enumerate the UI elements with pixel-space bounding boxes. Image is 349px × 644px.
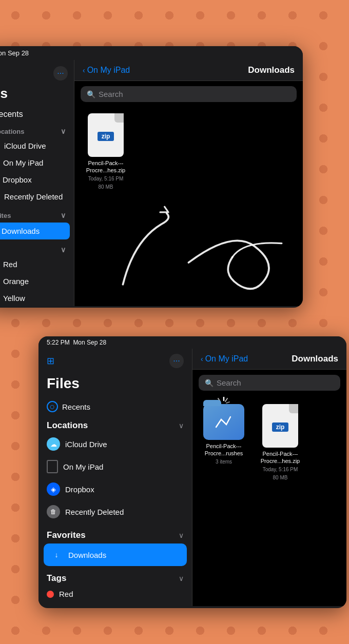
orange-label-1: Orange xyxy=(3,277,29,286)
locations-section-2: Locations ∨ xyxy=(38,416,192,433)
favorites-chevron-2[interactable]: ∨ xyxy=(179,531,184,539)
sidebar-tag-yellow-1[interactable]: Yellow xyxy=(0,290,74,306)
file-item-zip-1[interactable]: zip Pencil-Pack---Procre...hes.zip Today… xyxy=(83,113,129,191)
red-label-1: Red xyxy=(3,260,17,269)
sidebar-item-recents-2[interactable]: ○ Recents xyxy=(38,397,192,416)
downloads-label-2: Downloads xyxy=(68,551,106,559)
tags-chevron-2[interactable]: ∨ xyxy=(179,574,184,582)
file-item-zip-2[interactable]: zip Pencil-Pack---Procre...hes.zip Today… xyxy=(257,404,303,481)
back-label-2: On My iPad xyxy=(205,354,248,364)
search-placeholder-1: Search xyxy=(99,90,123,98)
sidebar-tag-orange-2[interactable]: Orange xyxy=(38,602,192,606)
file-item-folder-2[interactable]: Pencil-Pack---Procre...rushes 3 items xyxy=(201,404,247,481)
sidebar-item-recents-1[interactable]: Recents xyxy=(0,105,74,124)
yellow-label-1: Yellow xyxy=(3,294,25,303)
recents-icon-2: ○ xyxy=(47,401,58,412)
back-chevron-1: ‹ xyxy=(83,66,85,74)
favorites-chevron-1[interactable]: ∨ xyxy=(61,211,66,219)
sidebar-tag-red-1[interactable]: Red xyxy=(0,256,74,273)
device-2: 5:22 PM Mon Sep 28 ⊞ ··· Files ○ Recents… xyxy=(38,336,346,608)
sidebar-item-dropbox-2[interactable]: ◈ Dropbox xyxy=(38,478,192,500)
tags-label-2: Tags xyxy=(47,573,66,583)
tags-chevron-1[interactable]: ∨ xyxy=(61,246,66,254)
ipad-icon-2 xyxy=(47,460,58,473)
back-label-1: On My iPad xyxy=(87,66,130,75)
sidebar-1: ··· es Recents Locations ∨ ☁ iCloud Driv… xyxy=(0,60,74,306)
locations-section-1: Locations ∨ xyxy=(0,124,74,137)
tags-section-2: Tags ∨ xyxy=(38,569,192,586)
recents-label: Recents xyxy=(0,110,23,119)
back-button-2[interactable]: ‹ On My iPad xyxy=(201,354,248,364)
more-button-1[interactable]: ··· xyxy=(53,66,68,80)
statusbar-1: Mon Sep 28 xyxy=(0,46,303,60)
file-grid-2: Pencil-Pack---Procre...rushes 3 items zi… xyxy=(192,396,346,490)
sidebar-item-downloads-1[interactable]: ↓ Downloads xyxy=(0,223,70,239)
sidebar-item-dropbox-1[interactable]: ◈ Dropbox xyxy=(0,171,74,188)
search-bar-1[interactable]: 🔍 Search xyxy=(81,86,297,102)
favorites-section-2: Favorites ∨ xyxy=(38,526,192,542)
file-date-1: Today, 5:16 PM xyxy=(88,175,124,183)
more-button-2[interactable]: ··· xyxy=(169,354,184,368)
dropbox-icon-2: ◈ xyxy=(47,482,60,496)
search-bar-2[interactable]: 🔍 Search xyxy=(199,375,340,391)
sidebar1-header: ··· xyxy=(0,64,74,85)
sidebar-item-recently-deleted-2[interactable]: 🗑 Recently Deleted xyxy=(38,500,192,523)
red-dot-2 xyxy=(47,591,54,598)
sidebar-item-downloads-2[interactable]: ↓ Downloads xyxy=(44,544,187,566)
sidebar-item-recently-deleted-1[interactable]: 🗑 Recently Deleted xyxy=(0,188,74,205)
status-time-2: 5:22 PM Mon Sep 28 xyxy=(47,339,106,346)
favorites-label-2: Favorites xyxy=(47,530,86,540)
device-1: Mon Sep 28 ··· es Recents Locations ∨ ☁ … xyxy=(0,46,303,308)
status-date-1: Mon Sep 28 xyxy=(0,49,29,57)
sidebar-tag-red-2[interactable]: Red xyxy=(38,586,192,602)
files-title-partial: es xyxy=(0,85,74,105)
icloud-label-2: iCloud Drive xyxy=(65,440,107,449)
time-text-2: 5:22 PM xyxy=(47,339,70,346)
svg-line-1 xyxy=(225,398,227,401)
favorites-label-1: orites xyxy=(0,212,11,219)
tags-section-1: s ∨ xyxy=(0,243,74,256)
locations-chevron-2[interactable]: ∨ xyxy=(179,421,184,430)
recently-deleted-label-2: Recently Deleted xyxy=(65,508,124,516)
sidebar-item-ipad-1[interactable]: ▭ On My iPad xyxy=(0,154,74,171)
content-header-1: ‹ On My iPad Downloads xyxy=(74,60,303,81)
sidebar-item-icloud-2[interactable]: ☁ iCloud Drive xyxy=(38,433,192,455)
downloads-icon-2: ↓ xyxy=(50,548,63,561)
locations-section-label-2: Locations xyxy=(47,420,88,431)
content-area-2: ‹ On My iPad Downloads 🔍 Search xyxy=(192,349,346,606)
file-size-2: 80 MB xyxy=(273,474,288,481)
date-text-2: Mon Sep 28 xyxy=(73,339,106,346)
statusbar-2: 5:22 PM Mon Sep 28 xyxy=(38,336,346,349)
folder-icon-2 xyxy=(203,404,244,440)
red-label-2: Red xyxy=(59,590,73,598)
folder-container-2 xyxy=(203,404,244,440)
files-title-2: Files xyxy=(38,373,192,397)
search-icon-1: 🔍 xyxy=(87,90,95,98)
sidebar-item-ipad-2[interactable]: On My iPad xyxy=(38,455,192,478)
zip-label-2: zip xyxy=(272,422,289,432)
content-title-1: Downloads xyxy=(248,65,295,75)
content-area-1: ‹ On My iPad Downloads 🔍 Search zip Penc… xyxy=(74,60,303,306)
recents-label-2: Recents xyxy=(62,402,90,411)
file-name-2: Pencil-Pack---Procre...hes.zip xyxy=(257,450,303,465)
content-title-2: Downloads xyxy=(292,354,338,364)
folder-meta-2: 3 items xyxy=(216,458,232,466)
sidebar-toggle-icon-2[interactable]: ⊞ xyxy=(47,355,54,367)
favorites-section-1: orites ∨ xyxy=(0,208,74,222)
search-placeholder-2: Search xyxy=(217,378,241,387)
icloud-label-1: iCloud Drive xyxy=(4,142,46,150)
downloads-label-1: Downloads xyxy=(2,227,40,235)
sidebar-tag-orange-1[interactable]: Orange xyxy=(0,273,74,290)
ipad-label-2: On My iPad xyxy=(63,462,103,471)
zip-label-1: zip xyxy=(98,132,114,141)
back-button-1[interactable]: ‹ On My iPad xyxy=(83,66,130,75)
folder-name-2: Pencil-Pack---Procre...rushes xyxy=(201,442,247,457)
zip-file-icon-2: zip xyxy=(262,404,298,448)
file-name-1: Pencil-Pack---Procre...hes.zip xyxy=(83,159,129,174)
sidebar-2: ⊞ ··· Files ○ Recents Locations ∨ ☁ iClo… xyxy=(38,349,192,606)
sidebar-item-icloud-1[interactable]: ☁ iCloud Drive xyxy=(0,137,74,154)
locations-chevron-1[interactable]: ∨ xyxy=(61,127,66,135)
trash-icon-2: 🗑 xyxy=(47,505,60,518)
dropbox-label-1: Dropbox xyxy=(3,175,32,184)
locations-label-1: Locations xyxy=(0,128,24,135)
